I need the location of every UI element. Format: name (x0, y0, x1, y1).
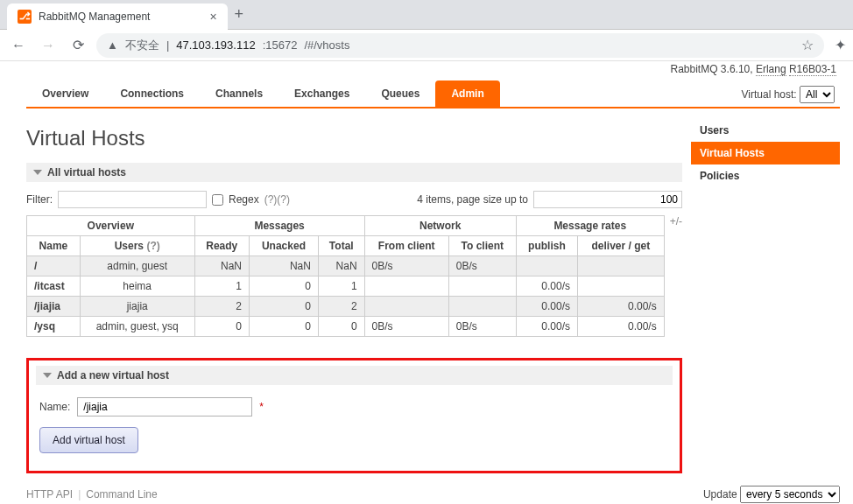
browser-tab[interactable]: ⎇ RabbitMQ Management × (7, 4, 228, 30)
http-api-link[interactable]: HTTP API (26, 488, 73, 500)
table-header-row: Name Users (?) Ready Unacked Total From … (27, 236, 665, 256)
main-tabs: OverviewConnectionsChannelsExchangesQueu… (26, 80, 840, 108)
side-nav-virtual-hosts[interactable]: Virtual Hosts (691, 142, 840, 164)
table-row: /jiajiajiajia2020.00/s0.00/s (27, 297, 665, 317)
vhost-selector: Virtual host: All (742, 86, 841, 107)
chevron-down-icon (33, 170, 42, 175)
not-secure-icon: ▲ (107, 38, 118, 52)
tab-connections[interactable]: Connections (104, 80, 200, 107)
page-title: Virtual Hosts (26, 126, 682, 150)
back-button[interactable]: ← (7, 34, 30, 57)
vhost-name-link[interactable]: / (27, 256, 81, 276)
forward-button[interactable]: → (37, 34, 60, 57)
filter-label: Filter: (26, 193, 53, 206)
page-size-input[interactable] (533, 191, 682, 208)
vhost-name-input[interactable] (77, 397, 252, 416)
bookmark-star-icon[interactable]: ☆ (801, 37, 814, 53)
add-vhost-header[interactable]: Add a new virtual host (36, 366, 673, 385)
vhost-users: heima (80, 276, 194, 297)
vhost-users: jiajia (80, 297, 194, 317)
extensions-icon[interactable]: ✦ (835, 37, 846, 53)
highlighted-section: Add a new virtual host Name: * Add virtu… (26, 358, 682, 473)
side-nav-users[interactable]: Users (691, 119, 840, 142)
reload-button[interactable]: ⟳ (67, 34, 89, 57)
tab-channels[interactable]: Channels (200, 80, 278, 107)
vhost-name-link[interactable]: /ysq (27, 317, 81, 337)
tab-queues[interactable]: Queues (365, 80, 435, 107)
all-vhosts-header[interactable]: All virtual hosts (26, 163, 682, 182)
url-port: :15672 (263, 38, 298, 52)
version-line: RabbitMQ 3.6.10, Erlang R16B03-1 (26, 61, 840, 75)
tab-overview[interactable]: Overview (26, 80, 104, 107)
rabbitmq-favicon: ⎇ (18, 10, 32, 24)
table-row: /admin, guestNaNNaNNaN0B/s0B/s (27, 256, 665, 276)
filter-input[interactable] (58, 191, 207, 208)
url-path: /#/vhosts (304, 38, 349, 52)
erlang-link[interactable]: Erlang (756, 63, 786, 76)
vhost-select[interactable]: All (800, 86, 835, 103)
update-interval-select[interactable]: every 5 seconds (740, 486, 840, 503)
vhost-name-link[interactable]: /itcast (27, 276, 81, 297)
add-vhost-button[interactable]: Add virtual host (39, 427, 138, 453)
filter-help[interactable]: (?)(?) (264, 193, 290, 206)
side-nav-policies[interactable]: Policies (691, 164, 840, 187)
table-row: /itcastheima1010.00/s (27, 276, 665, 297)
table-group-row: Overview Messages Network Message rates (27, 216, 665, 236)
tab-exchanges[interactable]: Exchanges (278, 80, 365, 107)
vhosts-table: Overview Messages Network Message rates … (26, 215, 665, 337)
not-secure-label: 不安全 (125, 38, 159, 53)
vhost-name-link[interactable]: /jiajia (27, 297, 81, 317)
address-bar[interactable]: ▲ 不安全 | 47.103.193.112:15672/#/vhosts ☆ (96, 33, 824, 58)
new-tab-button[interactable]: + (235, 5, 244, 24)
close-tab-icon[interactable]: × (209, 10, 216, 24)
required-marker: * (259, 401, 264, 413)
url-host: 47.103.193.112 (176, 38, 255, 52)
vhost-users: admin, guest, ysq (80, 317, 194, 337)
table-row: /ysqadmin, guest, ysq0000B/s0B/s0.00/s0.… (27, 317, 665, 337)
tab-title: RabbitMQ Management (39, 10, 150, 23)
chevron-down-icon (43, 373, 52, 378)
side-nav: UsersVirtual HostsPolicies (691, 119, 840, 473)
regex-checkbox[interactable] (212, 194, 223, 206)
vhost-users: admin, guest (80, 256, 194, 276)
items-count: 4 items, page size up to (417, 193, 528, 206)
footer: HTTP API | Command Line Update every 5 s… (26, 480, 840, 504)
command-line-link[interactable]: Command Line (86, 488, 157, 500)
name-label: Name: (39, 401, 70, 413)
tab-admin[interactable]: Admin (435, 80, 499, 107)
columns-toggle[interactable]: +/- (665, 215, 682, 337)
